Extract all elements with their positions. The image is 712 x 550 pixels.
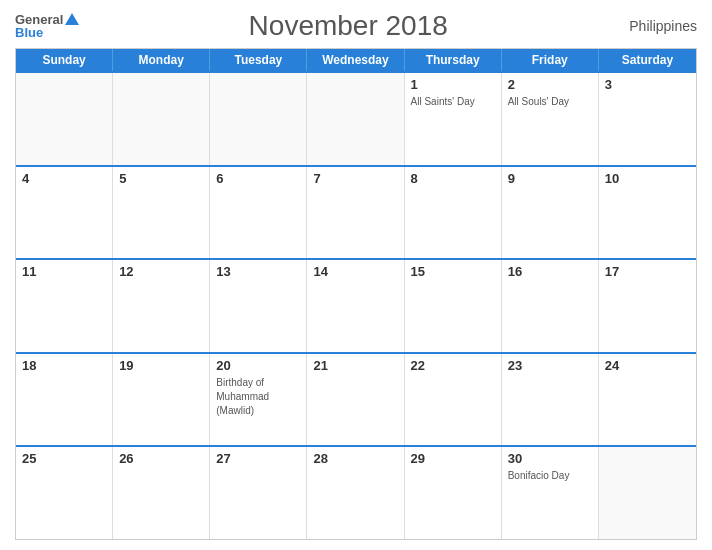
cell-nov-25: 25 <box>16 447 113 539</box>
cell-nov-3: 3 <box>599 73 696 165</box>
date-1: 1 <box>411 77 495 92</box>
cell-empty-3 <box>210 73 307 165</box>
cell-nov-4: 4 <box>16 167 113 259</box>
date-15: 15 <box>411 264 495 279</box>
date-4: 4 <box>22 171 106 186</box>
header-thursday: Thursday <box>405 49 502 71</box>
date-18: 18 <box>22 358 106 373</box>
header-friday: Friday <box>502 49 599 71</box>
date-28: 28 <box>313 451 397 466</box>
calendar-row-1: 1 All Saints' Day 2 All Souls' Day 3 <box>16 71 696 165</box>
cell-nov-19: 19 <box>113 354 210 446</box>
page: General Blue November 2018 Philippines S… <box>0 0 712 550</box>
cell-nov-2: 2 All Souls' Day <box>502 73 599 165</box>
cell-nov-12: 12 <box>113 260 210 352</box>
calendar-row-3: 11 12 13 14 15 16 17 <box>16 258 696 352</box>
date-16: 16 <box>508 264 592 279</box>
date-25: 25 <box>22 451 106 466</box>
event-bonifacio: Bonifacio Day <box>508 470 570 481</box>
cell-nov-26: 26 <box>113 447 210 539</box>
date-2: 2 <box>508 77 592 92</box>
cell-nov-11: 11 <box>16 260 113 352</box>
event-all-souls: All Souls' Day <box>508 96 569 107</box>
logo-wrapper: General Blue <box>15 13 79 39</box>
date-13: 13 <box>216 264 300 279</box>
calendar-row-5: 25 26 27 28 29 30 Bonifacio Day <box>16 445 696 539</box>
cell-nov-10: 10 <box>599 167 696 259</box>
cell-nov-22: 22 <box>405 354 502 446</box>
date-22: 22 <box>411 358 495 373</box>
logo-row2: Blue <box>15 26 79 39</box>
calendar: Sunday Monday Tuesday Wednesday Thursday… <box>15 48 697 540</box>
cell-nov-13: 13 <box>210 260 307 352</box>
header-monday: Monday <box>113 49 210 71</box>
header-saturday: Saturday <box>599 49 696 71</box>
cell-nov-24: 24 <box>599 354 696 446</box>
cell-empty-2 <box>113 73 210 165</box>
cell-nov-5: 5 <box>113 167 210 259</box>
date-30: 30 <box>508 451 592 466</box>
cell-nov-30: 30 Bonifacio Day <box>502 447 599 539</box>
cell-nov-8: 8 <box>405 167 502 259</box>
date-29: 29 <box>411 451 495 466</box>
calendar-title: November 2018 <box>79 10 617 42</box>
date-10: 10 <box>605 171 690 186</box>
cell-nov-21: 21 <box>307 354 404 446</box>
date-5: 5 <box>119 171 203 186</box>
header-wednesday: Wednesday <box>307 49 404 71</box>
date-11: 11 <box>22 264 106 279</box>
cell-nov-16: 16 <box>502 260 599 352</box>
date-14: 14 <box>313 264 397 279</box>
cell-nov-1: 1 All Saints' Day <box>405 73 502 165</box>
date-27: 27 <box>216 451 300 466</box>
cell-nov-7: 7 <box>307 167 404 259</box>
logo-triangle-icon <box>65 13 79 25</box>
date-6: 6 <box>216 171 300 186</box>
date-9: 9 <box>508 171 592 186</box>
event-mawlid: Birthday of Muhammad (Mawlid) <box>216 377 269 416</box>
logo: General Blue <box>15 13 79 39</box>
cell-empty-4 <box>307 73 404 165</box>
header-sunday: Sunday <box>16 49 113 71</box>
date-3: 3 <box>605 77 690 92</box>
cell-nov-14: 14 <box>307 260 404 352</box>
country-label: Philippines <box>617 18 697 34</box>
date-12: 12 <box>119 264 203 279</box>
cell-nov-17: 17 <box>599 260 696 352</box>
calendar-body: 1 All Saints' Day 2 All Souls' Day 3 4 5 <box>16 71 696 539</box>
calendar-header: Sunday Monday Tuesday Wednesday Thursday… <box>16 49 696 71</box>
cell-nov-23: 23 <box>502 354 599 446</box>
date-19: 19 <box>119 358 203 373</box>
cell-empty-1 <box>16 73 113 165</box>
calendar-row-4: 18 19 20 Birthday of Muhammad (Mawlid) 2… <box>16 352 696 446</box>
date-17: 17 <box>605 264 690 279</box>
cell-nov-9: 9 <box>502 167 599 259</box>
cell-nov-20: 20 Birthday of Muhammad (Mawlid) <box>210 354 307 446</box>
header-tuesday: Tuesday <box>210 49 307 71</box>
cell-nov-28: 28 <box>307 447 404 539</box>
date-20: 20 <box>216 358 300 373</box>
calendar-row-2: 4 5 6 7 8 9 10 <box>16 165 696 259</box>
date-8: 8 <box>411 171 495 186</box>
logo-blue-text: Blue <box>15 26 43 39</box>
cell-nov-29: 29 <box>405 447 502 539</box>
cell-nov-6: 6 <box>210 167 307 259</box>
cell-empty-end <box>599 447 696 539</box>
date-21: 21 <box>313 358 397 373</box>
cell-nov-18: 18 <box>16 354 113 446</box>
cell-nov-27: 27 <box>210 447 307 539</box>
date-26: 26 <box>119 451 203 466</box>
date-24: 24 <box>605 358 690 373</box>
date-23: 23 <box>508 358 592 373</box>
cell-nov-15: 15 <box>405 260 502 352</box>
header: General Blue November 2018 Philippines <box>15 10 697 42</box>
event-all-saints: All Saints' Day <box>411 96 475 107</box>
date-7: 7 <box>313 171 397 186</box>
